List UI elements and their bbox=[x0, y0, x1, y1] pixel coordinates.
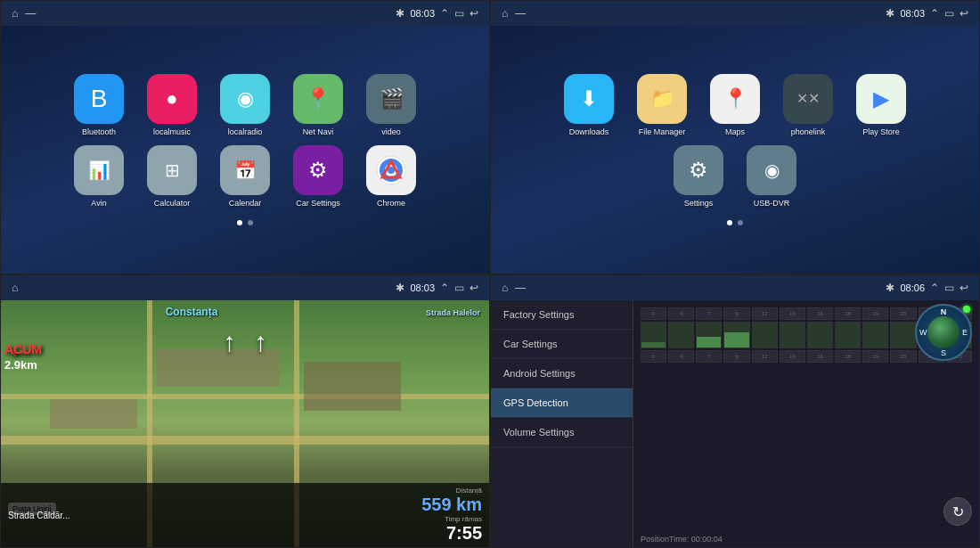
calendar-app-icon: 📅 bbox=[220, 145, 270, 195]
settings-gps[interactable]: GPS Detection bbox=[491, 389, 633, 418]
settings-factory[interactable]: Factory Settings bbox=[491, 300, 633, 330]
gps-num2: 14 bbox=[780, 350, 805, 363]
top-bar-tl: ⌂ — ✱ 08:03 ⌃ ▭ ↩ bbox=[1, 1, 489, 26]
app-phonelink[interactable]: ✕✕ phonelink bbox=[779, 74, 837, 136]
position-time: PositionTime: 00:00:04 bbox=[641, 535, 723, 544]
app-downloads[interactable]: ⬇ Downloads bbox=[559, 74, 618, 136]
app-carsettings-label: Car Settings bbox=[296, 199, 340, 208]
time-display-br: 08:06 bbox=[900, 282, 925, 293]
signal-icon-br: ⌃ bbox=[930, 282, 939, 294]
gps-num2: 0 bbox=[641, 350, 666, 363]
nav-big-distance: 559 km bbox=[421, 495, 482, 515]
top-bar-br: ⌂ — ✱ 08:06 ⌃ ▭ ↩ bbox=[491, 275, 979, 300]
app-bluetooth[interactable]: B Bluetooth bbox=[69, 74, 128, 136]
nav-arrows: ↑ ↑ bbox=[223, 327, 267, 357]
nav-bottom-dist: Distanță 559 km Timp rămas 7:55 bbox=[421, 487, 482, 544]
settings-android[interactable]: Android Settings bbox=[491, 359, 633, 389]
minus-icon-br[interactable]: — bbox=[515, 282, 526, 294]
app-chrome[interactable]: Chrome bbox=[362, 145, 421, 208]
app-grid-tr: ⬇ Downloads 📁 File Manager 📍 Maps ✕✕ pho… bbox=[491, 26, 979, 274]
app-row-1-tl: B Bluetooth ● localmusic ◉ localradio 📍 … bbox=[69, 74, 421, 136]
page-dots-tl bbox=[237, 220, 253, 225]
time-display-bl: 08:03 bbox=[410, 282, 435, 293]
app-filemanager[interactable]: 📁 File Manager bbox=[633, 74, 691, 136]
main-grid: ⌂ — ✱ 08:03 ⌃ ▭ ↩ B Bluetooth ● localmus… bbox=[0, 0, 980, 548]
time-label: Timp rămas bbox=[421, 515, 482, 523]
time-display-tl: 08:03 bbox=[410, 8, 435, 19]
back-icon[interactable]: ↩ bbox=[470, 7, 478, 20]
screen-icon-tr: ▭ bbox=[944, 7, 954, 20]
app-settings-label: Settings bbox=[684, 199, 714, 208]
home-icon-bl[interactable]: ⌂ bbox=[12, 282, 18, 294]
phonelink-app-icon: ✕✕ bbox=[783, 74, 833, 124]
screen-icon-br: ▭ bbox=[944, 282, 954, 294]
app-calendar[interactable]: 📅 Calendar bbox=[216, 145, 274, 208]
filemanager-app-icon: 📁 bbox=[637, 74, 687, 124]
bluetooth-icon: ✱ bbox=[396, 7, 404, 20]
app-maps[interactable]: 📍 Maps bbox=[706, 74, 764, 136]
app-localradio[interactable]: ◉ localradio bbox=[216, 74, 274, 136]
app-row-1-tr: ⬇ Downloads 📁 File Manager 📍 Maps ✕✕ pho… bbox=[559, 74, 911, 136]
dot-2-tr[interactable] bbox=[738, 220, 743, 225]
app-phonelink-label: phonelink bbox=[791, 127, 826, 136]
refresh-icon: ↻ bbox=[952, 503, 964, 520]
app-video[interactable]: 🎬 video bbox=[362, 74, 421, 136]
minus-icon[interactable]: — bbox=[25, 7, 36, 20]
app-avin[interactable]: 📊 Avin bbox=[69, 145, 128, 208]
app-carsettings[interactable]: ⚙ Car Settings bbox=[289, 145, 347, 208]
screen-icon-bl: ▭ bbox=[454, 282, 464, 294]
gps-bar bbox=[641, 322, 666, 348]
app-localmusic[interactable]: ● localmusic bbox=[143, 74, 201, 136]
maps-app-icon: 📍 bbox=[710, 74, 760, 124]
netnavi-app-icon: 📍 bbox=[293, 74, 343, 124]
app-calculator[interactable]: ⊞ Calculator bbox=[143, 145, 201, 208]
gps-num2: 7 bbox=[696, 350, 722, 363]
app-playstore[interactable]: ▶ Play Store bbox=[852, 74, 911, 136]
compass: N S E W bbox=[915, 304, 972, 361]
localmusic-app-icon: ● bbox=[147, 74, 197, 124]
gps-bar bbox=[780, 322, 805, 348]
app-usbdvr[interactable]: ◉ USB-DVR bbox=[742, 145, 801, 208]
gps-num: 0 bbox=[641, 307, 666, 320]
video-app-icon: 🎬 bbox=[366, 74, 416, 124]
nav-bottom-street: Strada Căldăr... bbox=[8, 511, 69, 520]
app-netnavi[interactable]: 📍 Net Navi bbox=[289, 74, 347, 136]
home-icon-tr[interactable]: ⌂ bbox=[502, 7, 508, 20]
home-icon[interactable]: ⌂ bbox=[12, 7, 18, 20]
dot-1-tl[interactable] bbox=[237, 220, 242, 225]
back-icon-tr[interactable]: ↩ bbox=[960, 7, 968, 20]
app-calculator-label: Calculator bbox=[154, 199, 191, 208]
gps-bar bbox=[752, 322, 778, 348]
gps-bar bbox=[668, 322, 694, 348]
app-playstore-label: Play Store bbox=[862, 127, 900, 136]
dot-1-tr[interactable] bbox=[727, 220, 732, 225]
carsettings-app-icon: ⚙ bbox=[293, 145, 343, 195]
refresh-button[interactable]: ↻ bbox=[943, 497, 972, 526]
gps-num: 20 bbox=[890, 307, 916, 320]
gps-num: 19 bbox=[862, 307, 888, 320]
home-icon-br[interactable]: ⌂ bbox=[502, 282, 508, 294]
app-settings[interactable]: ⚙ Settings bbox=[669, 145, 728, 208]
back-icon-br[interactable]: ↩ bbox=[960, 282, 968, 294]
gps-bar bbox=[696, 322, 722, 348]
nav-destination: Strada Halelor bbox=[426, 306, 480, 318]
signal-icon: ⌃ bbox=[440, 7, 449, 20]
gps-num2: 12 bbox=[752, 350, 778, 363]
signal-icon-tr: ⌃ bbox=[930, 7, 939, 20]
back-icon-bl[interactable]: ↩ bbox=[470, 282, 478, 294]
gps-bar bbox=[835, 322, 861, 348]
calculator-app-icon: ⊞ bbox=[147, 145, 197, 195]
app-row-2-tl: 📊 Avin ⊞ Calculator 📅 Calendar ⚙ Car Set… bbox=[69, 145, 421, 208]
distance-label: Distanță bbox=[421, 487, 482, 495]
minus-icon-tr[interactable]: — bbox=[515, 7, 526, 20]
gps-num: 18 bbox=[835, 307, 861, 320]
compass-globe bbox=[927, 316, 960, 348]
settings-car[interactable]: Car Settings bbox=[491, 330, 633, 359]
gps-bar bbox=[862, 322, 888, 348]
settings-volume[interactable]: Volume Settings bbox=[491, 418, 633, 447]
dot-2-tl[interactable] bbox=[248, 220, 253, 225]
app-downloads-label: Downloads bbox=[569, 127, 609, 136]
app-localmusic-label: localmusic bbox=[153, 127, 191, 136]
localradio-app-icon: ◉ bbox=[220, 74, 270, 124]
app-grid-tl: B Bluetooth ● localmusic ◉ localradio 📍 … bbox=[1, 26, 489, 274]
